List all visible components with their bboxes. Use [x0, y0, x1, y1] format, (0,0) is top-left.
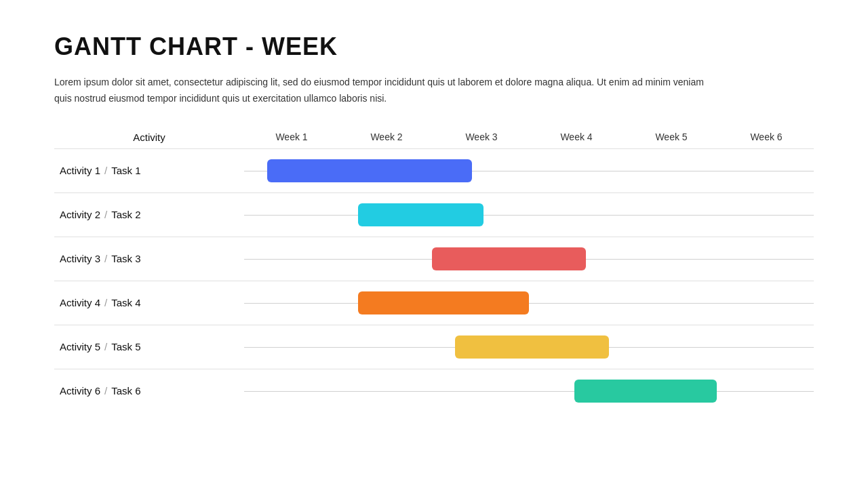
task-name-2: Task 2 [111, 209, 140, 220]
gantt-bar-5 [455, 336, 609, 359]
table-row: Activity 5/Task 5 [54, 325, 814, 369]
activity-name-2: Activity 2 [60, 209, 100, 220]
gantt-bar-3 [432, 247, 586, 270]
task-name-5: Task 5 [111, 341, 140, 352]
task-name-4: Task 4 [111, 297, 140, 308]
header-week-5: Week 5 [624, 131, 719, 142]
task-name-3: Task 3 [111, 253, 140, 264]
header-week-6: Week 6 [719, 131, 814, 142]
task-name-1: Task 1 [111, 165, 140, 176]
table-row: Activity 6/Task 6 [54, 369, 814, 413]
timeline-5 [244, 325, 814, 369]
timeline-line-2 [244, 215, 814, 216]
page: GANTT CHART - WEEK Lorem ipsum dolor sit… [0, 0, 868, 440]
gantt-bar-1 [267, 159, 472, 182]
row-label-6: Activity 6/Task 6 [54, 385, 244, 396]
row-label-3: Activity 3/Task 3 [54, 253, 244, 264]
timeline-4 [244, 281, 814, 325]
header-week-1: Week 1 [244, 131, 339, 142]
timeline-3 [244, 237, 814, 281]
header-weeks: Week 1Week 2Week 3Week 4Week 5Week 6 [244, 131, 814, 142]
table-row: Activity 4/Task 4 [54, 281, 814, 325]
description-line1: Lorem ipsum dolor sit amet, consectetur … [54, 77, 704, 87]
task-name-6: Task 6 [111, 385, 140, 396]
timeline-line-6 [244, 391, 814, 392]
gantt-bar-6 [574, 380, 717, 403]
description-line2: quis nostrud eiusmod tempor incididunt q… [54, 93, 387, 104]
timeline-6 [244, 369, 814, 413]
activity-name-3: Activity 3 [60, 253, 100, 264]
timeline-line-4 [244, 303, 814, 304]
activity-name-1: Activity 1 [60, 165, 100, 176]
gantt-bar-2 [358, 203, 484, 226]
gantt-bar-4 [358, 291, 529, 314]
table-row: Activity 2/Task 2 [54, 192, 814, 237]
separator-4: / [104, 297, 107, 308]
separator-5: / [104, 341, 107, 352]
table-row: Activity 1/Task 1 [54, 148, 814, 192]
separator-3: / [104, 253, 107, 264]
header-week-2: Week 2 [339, 131, 434, 142]
row-label-1: Activity 1/Task 1 [54, 165, 244, 176]
row-label-2: Activity 2/Task 2 [54, 209, 244, 220]
separator-6: / [104, 385, 107, 396]
activity-name-5: Activity 5 [60, 341, 100, 352]
timeline-2 [244, 193, 814, 237]
activity-name-6: Activity 6 [60, 385, 100, 396]
separator-1: / [104, 165, 107, 176]
row-label-5: Activity 5/Task 5 [54, 341, 244, 352]
chart-header: Activity Week 1Week 2Week 3Week 4Week 5W… [54, 131, 814, 143]
chart-rows: Activity 1/Task 1Activity 2/Task 2Activi… [54, 148, 814, 413]
gantt-chart: Activity Week 1Week 2Week 3Week 4Week 5W… [54, 131, 814, 413]
header-week-4: Week 4 [529, 131, 624, 142]
header-week-3: Week 3 [434, 131, 529, 142]
timeline-1 [244, 149, 814, 192]
row-label-4: Activity 4/Task 4 [54, 297, 244, 308]
table-row: Activity 3/Task 3 [54, 237, 814, 281]
description: Lorem ipsum dolor sit amet, consectetur … [54, 75, 800, 107]
page-title: GANTT CHART - WEEK [54, 33, 814, 61]
header-activity: Activity [54, 131, 244, 143]
activity-name-4: Activity 4 [60, 297, 100, 308]
separator-2: / [104, 209, 107, 220]
